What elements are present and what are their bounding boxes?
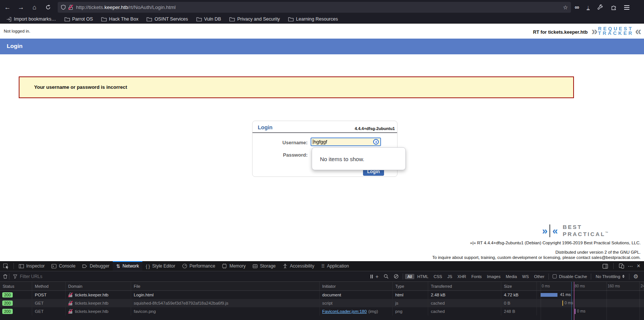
filter-pill-ws[interactable]: WS xyxy=(520,274,531,279)
dock-side-icon[interactable] xyxy=(602,264,608,269)
initiator-link[interactable]: FaviconLoader.jsm:180 xyxy=(322,309,367,314)
request-file: Login.html xyxy=(131,291,320,299)
home-button[interactable]: ⌂ xyxy=(28,2,40,13)
element-picker-button[interactable] xyxy=(0,261,12,271)
add-request-icon[interactable]: + xyxy=(375,274,378,280)
filter-pill-other[interactable]: Other xyxy=(532,274,547,279)
devtools-tab-application[interactable]: ⠿ Application xyxy=(318,261,352,271)
debugger-icon xyxy=(82,264,87,269)
bookmark-learning-resources[interactable]: Learning Resources xyxy=(285,16,341,22)
network-request-row[interactable]: 200 GET tickets.keeper.htb favicon.png F… xyxy=(0,307,644,316)
bookmark-label: Privacy and Security xyxy=(237,16,280,22)
devtools-tab-console[interactable]: Console xyxy=(48,261,79,271)
column-header-waterfall[interactable]: 0 ms 80 ms 160 ms 240 ms xyxy=(537,282,644,290)
best-practical-logo[interactable]: » « BESTPRACTICAL™ xyxy=(542,224,608,237)
reload-button[interactable] xyxy=(42,2,54,13)
downloads-icon[interactable]: ↓ xyxy=(587,4,590,10)
menu-icon[interactable] xyxy=(624,5,629,10)
filter-pill-media[interactable]: Media xyxy=(504,274,519,279)
throttling-dropdown[interactable]: No Throttling xyxy=(596,274,625,279)
username-input[interactable]: hgfggf xyxy=(311,138,381,146)
wrench-icon[interactable] xyxy=(597,4,603,10)
pause-traffic-icon[interactable] xyxy=(371,275,373,278)
brand-word-best: BEST xyxy=(563,224,582,230)
status-badge: 200 xyxy=(2,292,13,298)
bookmark-vuln-db[interactable]: Vuln DB xyxy=(194,16,224,22)
request-domain: tickets.keeper.htb xyxy=(75,293,109,297)
forward-button[interactable]: → xyxy=(15,2,27,13)
request-tracker-logo[interactable]: » REQUESTTRACKER « xyxy=(592,26,640,36)
bookmark-osint-services[interactable]: OSINT Services xyxy=(144,16,190,22)
bookmark-label: OSINT Services xyxy=(154,16,188,22)
network-request-row[interactable]: 200 GET tickets.keeper.htb squished-8fc5… xyxy=(0,299,644,307)
tab-label: Style Editor xyxy=(152,263,175,269)
inspector-icon xyxy=(19,264,24,269)
filter-urls-input[interactable]: Filter URLs xyxy=(13,274,371,279)
filter-pill-images[interactable]: Images xyxy=(485,274,503,279)
chevrons-right-icon: » xyxy=(542,226,547,235)
column-header-initiator[interactable]: Initiator xyxy=(320,282,393,290)
request-type: png xyxy=(393,307,428,316)
bookmark-privacy-security[interactable]: Privacy and Security xyxy=(227,16,282,22)
block-request-icon[interactable] xyxy=(394,274,399,279)
status-badge: 200 xyxy=(2,301,13,306)
filter-pill-fonts[interactable]: Fonts xyxy=(469,274,484,279)
autocomplete-popup[interactable]: No items to show. xyxy=(312,147,406,170)
bookmark-label: Import bookmarks… xyxy=(14,16,56,22)
tab-label: Memory xyxy=(229,263,245,269)
column-header-file[interactable]: File xyxy=(131,282,320,290)
extensions-puzzle-icon[interactable] xyxy=(611,4,617,10)
filter-funnel-icon xyxy=(13,274,17,279)
bookmark-hack-the-box[interactable]: Hack The Box xyxy=(99,16,141,22)
devtools-tab-accessibility[interactable]: Accessibility xyxy=(279,261,318,271)
devtools-panel: Inspector Console Debugger ⇅ Network { }… xyxy=(0,261,644,320)
bookmark-star-icon[interactable]: ☆ xyxy=(563,4,568,11)
waterfall-tick xyxy=(575,309,575,314)
url-bar[interactable]: http://tickets.keeper.htb/rt/NoAuth/Logi… xyxy=(58,2,571,13)
search-icon[interactable] xyxy=(384,274,388,279)
insecure-lock-icon xyxy=(68,309,73,314)
column-header-status[interactable]: Status xyxy=(0,282,32,290)
responsive-design-icon[interactable] xyxy=(619,263,624,269)
filter-pill-all[interactable]: All xyxy=(405,274,414,279)
back-button[interactable]: ← xyxy=(1,2,13,13)
devtools-tab-style-editor[interactable]: { } Style Editor xyxy=(142,261,179,271)
filter-pill-xhr[interactable]: XHR xyxy=(455,274,468,279)
request-size: 0 B xyxy=(501,299,537,307)
meatball-menu-icon[interactable]: ⋯ xyxy=(628,263,633,269)
filter-pill-js[interactable]: JS xyxy=(445,274,454,279)
filter-pill-html[interactable]: HTML xyxy=(415,274,431,279)
filter-pill-css[interactable]: CSS xyxy=(432,274,445,279)
shield-icon[interactable] xyxy=(61,4,66,10)
error-message: Your username or password is incorrect xyxy=(34,84,127,90)
extension-infinity-icon[interactable]: ∞ xyxy=(575,4,579,11)
waterfall-tick-label: 240 ms xyxy=(641,284,644,288)
password-manager-icon[interactable] xyxy=(373,139,379,145)
request-size: 248 B xyxy=(501,307,537,316)
network-request-row[interactable]: 200 POST tickets.keeper.htb Login.html d… xyxy=(0,291,644,299)
column-header-transferred[interactable]: Transferred xyxy=(428,282,501,290)
waterfall-tick-label: 160 ms xyxy=(608,284,620,288)
disable-cache-checkbox[interactable]: Disable Cache xyxy=(553,274,587,279)
bookmark-import[interactable]: Import bookmarks… xyxy=(4,16,59,22)
devtools-tab-memory[interactable]: Memory xyxy=(218,261,249,271)
column-header-method[interactable]: Method xyxy=(32,282,66,290)
devtools-tab-performance[interactable]: Performance xyxy=(179,261,219,271)
separator xyxy=(591,274,591,280)
devtools-tab-inspector[interactable]: Inspector xyxy=(15,261,48,271)
bookmark-parrot-os[interactable]: Parrot OS xyxy=(62,16,96,22)
clear-requests-icon[interactable] xyxy=(3,274,7,279)
request-initiator: document xyxy=(320,291,393,299)
close-devtools-icon[interactable]: × xyxy=(637,263,640,269)
devtools-tab-storage[interactable]: Storage xyxy=(249,261,279,271)
network-settings-gear-icon[interactable]: ⚙ xyxy=(634,273,638,280)
insecure-lock-icon[interactable] xyxy=(68,5,73,10)
devtools-tab-debugger[interactable]: Debugger xyxy=(79,261,113,271)
column-header-domain[interactable]: Domain xyxy=(66,282,131,290)
column-header-size[interactable]: Size xyxy=(501,282,537,290)
url-path: /rt/NoAuth/Login.html xyxy=(128,4,176,10)
devtools-tab-network[interactable]: ⇅ Network xyxy=(113,261,142,271)
toolbar-right: ∞ ↓ xyxy=(575,4,629,11)
column-header-type[interactable]: Type xyxy=(393,282,428,290)
console-icon xyxy=(51,264,57,269)
